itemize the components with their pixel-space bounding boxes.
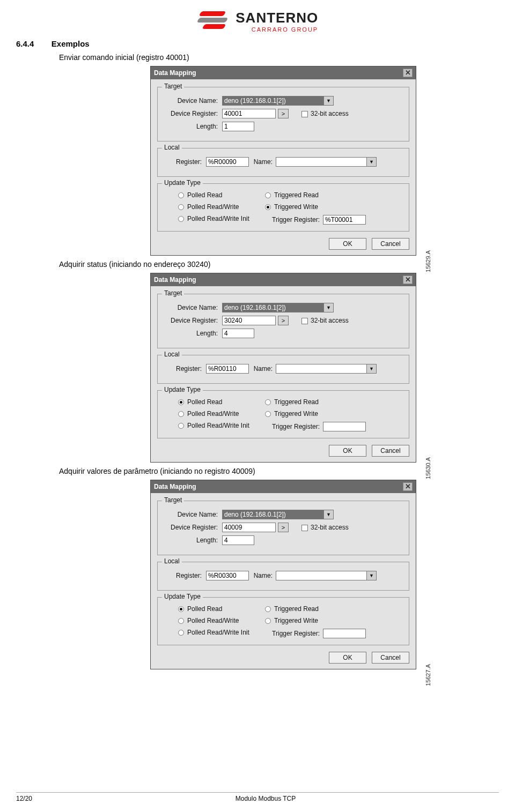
32bit-access-checkbox[interactable]: 32-bit access <box>301 317 349 324</box>
ok-button[interactable]: OK <box>329 445 366 457</box>
figure-ref-1: 15629.A <box>425 250 431 272</box>
local-name-label: Name: <box>249 365 276 373</box>
trigger-register-label: Trigger Register: <box>265 216 323 224</box>
device-name-value: deno (192.168.0.1[2]) <box>222 96 324 106</box>
figure-ref-3: 15627.A <box>425 664 431 686</box>
length-input[interactable] <box>222 122 254 131</box>
group-update-label: Update Type <box>162 593 203 600</box>
data-mapping-dialog-1: Data Mapping ✕ Target Device Name: deno … <box>150 66 416 256</box>
radio-polled-rw[interactable]: Polled Read/Write <box>178 617 265 624</box>
dialog-titlebar: Data Mapping ✕ <box>151 480 416 493</box>
caption-2: Adquirir status (iniciando no endereço 3… <box>59 260 499 269</box>
radio-triggered-write[interactable]: Triggered Write <box>265 203 403 211</box>
radio-triggered-read[interactable]: Triggered Read <box>265 191 403 199</box>
dialog-titlebar: Data Mapping ✕ <box>151 66 416 79</box>
close-icon[interactable]: ✕ <box>403 275 413 284</box>
group-update-label: Update Type <box>162 386 203 393</box>
radio-polled-read[interactable]: Polled Read <box>178 191 265 199</box>
section-number: 6.4.4 <box>16 39 34 48</box>
32bit-access-checkbox[interactable]: 32-bit access <box>301 110 349 117</box>
dialog-title: Data Mapping <box>154 483 196 490</box>
ok-button[interactable]: OK <box>329 238 366 250</box>
chevron-down-icon[interactable]: ▼ <box>324 303 334 312</box>
device-name-select[interactable]: deno (192.168.0.1[2]) ▼ <box>222 303 334 312</box>
chevron-down-icon[interactable]: ▼ <box>367 157 377 167</box>
device-name-select[interactable]: deno (192.168.0.1[2]) ▼ <box>222 510 334 519</box>
trigger-register-input[interactable] <box>323 629 366 638</box>
trigger-register-label: Trigger Register: <box>265 423 323 430</box>
radio-polled-read[interactable]: Polled Read <box>178 398 265 406</box>
dialog-title: Data Mapping <box>154 276 196 284</box>
length-input[interactable] <box>222 535 254 545</box>
device-name-value: deno (192.168.0.1[2]) <box>222 303 324 312</box>
cancel-button[interactable]: Cancel <box>372 652 409 664</box>
radio-triggered-read[interactable]: Triggered Read <box>265 605 403 613</box>
local-name-label: Name: <box>249 572 276 579</box>
radio-polled-rw-init[interactable]: Polled Read/Write Init <box>178 422 265 429</box>
radio-triggered-write[interactable]: Triggered Write <box>265 410 403 418</box>
local-register-label: Register: <box>163 158 206 166</box>
logo-mark-icon <box>197 10 229 33</box>
local-name-select[interactable]: ▼ <box>276 157 377 167</box>
32bit-access-checkbox[interactable]: 32-bit access <box>301 524 349 531</box>
device-register-input[interactable] <box>222 523 276 532</box>
cancel-button[interactable]: Cancel <box>372 238 409 250</box>
group-target-label: Target <box>162 496 184 504</box>
local-name-value <box>276 364 367 374</box>
local-register-input[interactable] <box>206 157 249 167</box>
local-name-value <box>276 157 367 167</box>
radio-polled-rw[interactable]: Polled Read/Write <box>178 203 265 211</box>
page-number: 12/20 <box>16 795 32 802</box>
device-register-input[interactable] <box>222 316 276 325</box>
cancel-button[interactable]: Cancel <box>372 445 409 457</box>
section-header: 6.4.4 Exemplos <box>16 39 499 49</box>
section-title: Exemplos <box>52 39 90 48</box>
ok-button[interactable]: OK <box>329 652 366 664</box>
radio-polled-read[interactable]: Polled Read <box>178 605 265 613</box>
register-picker-button[interactable]: > <box>278 523 289 532</box>
chevron-down-icon[interactable]: ▼ <box>324 96 334 106</box>
radio-polled-rw-init[interactable]: Polled Read/Write Init <box>178 215 265 222</box>
group-update-label: Update Type <box>162 179 203 187</box>
device-register-label: Device Register: <box>163 110 222 117</box>
device-register-label: Device Register: <box>163 317 222 324</box>
length-input[interactable] <box>222 329 254 338</box>
logo-brand: SANTERNO <box>236 10 318 26</box>
dialog-title: Data Mapping <box>154 69 196 77</box>
trigger-register-input[interactable] <box>323 215 366 225</box>
trigger-register-label: Trigger Register: <box>265 630 323 637</box>
close-icon[interactable]: ✕ <box>403 482 413 491</box>
footer: 12/20 Modulo Modbus TCP <box>16 792 499 802</box>
local-register-label: Register: <box>163 572 206 579</box>
local-name-value <box>276 571 367 580</box>
device-name-label: Device Name: <box>163 511 222 518</box>
length-label: Length: <box>163 123 222 130</box>
radio-polled-rw[interactable]: Polled Read/Write <box>178 410 265 418</box>
figure-ref-2: 15630.A <box>425 457 431 479</box>
close-icon[interactable]: ✕ <box>403 69 413 77</box>
group-local-label: Local <box>162 557 182 565</box>
device-name-label: Device Name: <box>163 97 222 105</box>
radio-triggered-write[interactable]: Triggered Write <box>265 617 403 624</box>
radio-triggered-read[interactable]: Triggered Read <box>265 398 403 406</box>
chevron-down-icon[interactable]: ▼ <box>367 364 377 374</box>
local-register-input[interactable] <box>206 364 249 374</box>
length-label: Length: <box>163 330 222 337</box>
dialog-titlebar: Data Mapping ✕ <box>151 273 416 286</box>
local-name-select[interactable]: ▼ <box>276 364 377 374</box>
device-name-select[interactable]: deno (192.168.0.1[2]) ▼ <box>222 96 334 106</box>
register-picker-button[interactable]: > <box>278 316 289 325</box>
chevron-down-icon[interactable]: ▼ <box>367 571 377 580</box>
local-name-select[interactable]: ▼ <box>276 571 377 580</box>
data-mapping-dialog-3: Data Mapping ✕ Target Device Name: deno … <box>150 480 416 669</box>
radio-polled-rw-init[interactable]: Polled Read/Write Init <box>178 629 265 636</box>
caption-3: Adquirir valores de parâmetro (iniciando… <box>59 467 499 475</box>
trigger-register-input[interactable] <box>323 422 366 431</box>
group-local-label: Local <box>162 144 182 151</box>
local-register-input[interactable] <box>206 571 249 580</box>
chevron-down-icon[interactable]: ▼ <box>324 510 334 519</box>
device-register-input[interactable] <box>222 109 276 118</box>
footer-title: Modulo Modbus TCP <box>32 795 499 802</box>
data-mapping-dialog-2: Data Mapping ✕ Target Device Name: deno … <box>150 273 416 463</box>
register-picker-button[interactable]: > <box>278 109 289 118</box>
